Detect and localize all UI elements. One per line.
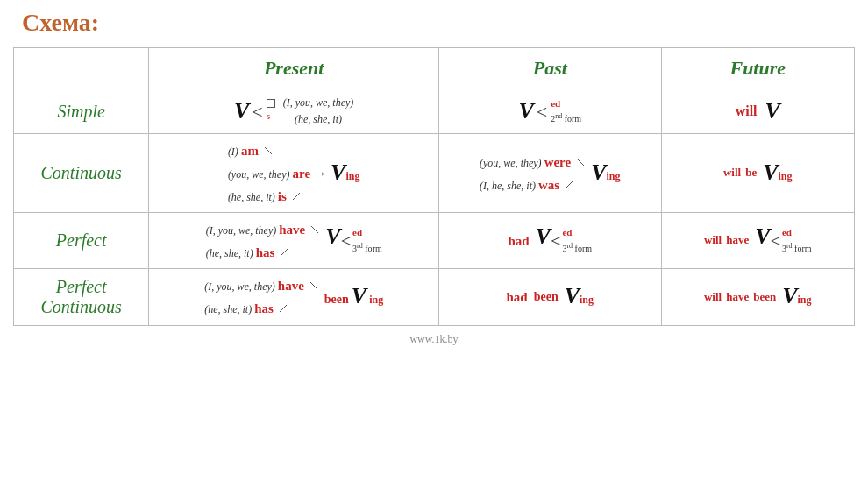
footer-url: www.1k.by	[13, 333, 855, 346]
simple-present: V < s (I, you, we, they) (he, she, it)	[149, 89, 439, 134]
past-header: Past	[439, 48, 662, 89]
tense-header	[14, 48, 149, 89]
tense-simple: Simple	[14, 89, 149, 134]
tense-perfect: Perfect	[14, 213, 149, 269]
table-row: Simple V < s (I, you, we, they) (he, she…	[14, 89, 855, 134]
table-row: Perfect Continuous (I, you, we, they) ha…	[14, 269, 855, 325]
continuous-future: will be Ving	[661, 134, 854, 213]
table-row: Continuous (I) am ⟍ (you, we, they) are …	[14, 134, 855, 213]
perfect-continuous-present: (I, you, we, they) have ⟍ (he, she, it) …	[149, 269, 439, 325]
present-header: Present	[149, 48, 439, 89]
perfect-continuous-past: had been Ving	[439, 269, 662, 325]
tense-continuous: Continuous	[14, 134, 149, 213]
perfect-past: had V < ed 3rd form	[439, 213, 662, 269]
continuous-present: (I) am ⟍ (you, we, they) are → (he, she,…	[149, 134, 439, 213]
table-row: Perfect (I, you, we, they) have ⟍ (he, s…	[14, 213, 855, 269]
simple-future: will V	[661, 89, 854, 134]
future-header: Future	[661, 48, 854, 89]
perfect-future: will have V < ed 3rd form	[661, 213, 854, 269]
continuous-past: (you, we, they) were ⟍ (I, he, she, it) …	[439, 134, 662, 213]
title: Схема:	[13, 9, 855, 37]
perfect-continuous-future: will have been Ving	[661, 269, 854, 325]
perfect-present: (I, you, we, they) have ⟍ (he, she, it) …	[149, 213, 439, 269]
simple-past: V < ed 2nd form	[439, 89, 662, 134]
tense-perfect-continuous: Perfect Continuous	[14, 269, 149, 325]
